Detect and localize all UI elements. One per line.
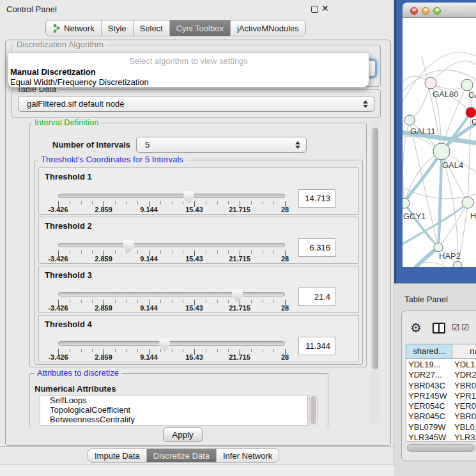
column-header-name[interactable]: na... <box>452 344 476 359</box>
tab-select[interactable]: Select <box>134 20 170 36</box>
cell-name[interactable]: YPR1... <box>452 391 476 401</box>
tab-cyni-toolbox[interactable]: Cyni Toolbox <box>170 20 231 36</box>
slider-track[interactable] <box>58 194 285 198</box>
tick-mark <box>92 300 93 303</box>
threshold-value-field[interactable] <box>298 337 335 355</box>
attribute-item[interactable]: BetweennessCentrality <box>40 415 307 424</box>
number-of-intervals-combobox[interactable]: 5 <box>136 137 307 153</box>
network-node[interactable] <box>404 115 415 125</box>
table-row[interactable]: YBR045CYBR0... <box>406 411 476 422</box>
network-canvas[interactable]: GAL80GACGAL11GAL4GCY1HHAP2 <box>403 18 476 267</box>
dropdown-item-manual-discretization[interactable]: Manual Discretization <box>10 67 96 77</box>
cell-shared-name[interactable]: YDR27... <box>406 370 452 380</box>
cell-name[interactable]: YER0... <box>452 401 476 411</box>
table-row[interactable]: YPR145WYPR1... <box>406 391 476 401</box>
network-icon <box>52 24 61 33</box>
tick-label: 28 <box>281 255 289 263</box>
tick-mark <box>160 250 161 254</box>
cell-shared-name[interactable]: YBL079W <box>406 422 452 433</box>
table-row[interactable]: YBL079WYBL0... <box>406 422 476 433</box>
cell-shared-name[interactable]: YLR345W <box>406 433 452 443</box>
threshold-value-field[interactable] <box>298 189 335 208</box>
table-row[interactable]: YER054CYER0... <box>406 401 476 411</box>
node-label: HAP2 <box>439 251 461 261</box>
float-window-icon[interactable] <box>311 6 318 13</box>
attributes-scrollbar-thumb[interactable] <box>311 396 316 424</box>
columns-icon[interactable] <box>433 323 445 334</box>
tick-label: -3.426 <box>48 255 68 263</box>
tab-impute-data[interactable]: Impute Data <box>88 449 147 462</box>
attributes-group-title: Attributes to discretize <box>35 369 121 378</box>
cell-shared-name[interactable]: YDL19... <box>406 360 452 370</box>
tick-mark <box>81 349 82 352</box>
network-node[interactable] <box>453 261 462 267</box>
table-row[interactable]: YLR345WYLR3... <box>406 433 476 443</box>
cell-shared-name[interactable]: YPR145W <box>406 391 452 401</box>
slider-track[interactable] <box>58 341 285 346</box>
threshold-value-field[interactable] <box>298 288 335 306</box>
cell-shared-name[interactable]: YBR045C <box>406 411 452 422</box>
table-hscrollbar-thumb[interactable] <box>407 444 475 452</box>
gear-icon[interactable]: ⚙ <box>410 320 422 335</box>
tab-jactivemnodules[interactable]: jActiveMNodules <box>231 20 305 36</box>
column-header-shared-name[interactable]: shared... <box>406 344 452 359</box>
network-node[interactable] <box>433 143 450 160</box>
tab-discretize-data[interactable]: Discretize Data <box>147 449 217 462</box>
panel-scrollbar-thumb[interactable] <box>372 128 378 369</box>
tick-mark <box>217 349 218 352</box>
table-row[interactable]: YBR043CYBR0... <box>406 381 476 391</box>
checkbox-icon[interactable]: ☑ <box>452 322 460 332</box>
apply-button[interactable]: Apply <box>163 427 203 442</box>
attributes-scrollbar[interactable] <box>309 395 318 426</box>
tab-network[interactable]: Network <box>46 20 102 36</box>
attribute-item[interactable]: TopologicalCoefficient <box>40 405 307 415</box>
cell-name[interactable]: YLR3... <box>452 433 476 443</box>
threshold-value-field[interactable] <box>298 238 335 257</box>
tick-mark <box>127 201 127 204</box>
tab-label: Cyni Toolbox <box>176 24 224 33</box>
network-window-titlebar[interactable] <box>403 3 476 18</box>
attribute-item[interactable]: SelfLoops <box>40 395 307 405</box>
network-node[interactable] <box>462 197 473 208</box>
zoom-traffic-light-icon[interactable] <box>433 7 441 15</box>
checkbox-icon[interactable]: ☑ <box>461 322 470 332</box>
tick-label: 9.144 <box>140 255 158 263</box>
cell-shared-name[interactable]: YER054C <box>406 401 452 411</box>
tick-mark <box>183 300 183 303</box>
table-row[interactable]: YDR27...YDR2... <box>406 370 476 380</box>
tick-label: 28 <box>281 304 289 312</box>
network-node[interactable] <box>403 198 410 208</box>
close-traffic-light-icon[interactable] <box>410 7 418 15</box>
minimize-traffic-light-icon[interactable] <box>422 7 429 15</box>
dropdown-item-equal-width[interactable]: Equal Width/Frequency Discretization <box>10 77 149 87</box>
slider-track[interactable] <box>58 292 285 296</box>
tick-label: 2.859 <box>95 353 112 361</box>
table-row[interactable]: YDL19...YDL1... <box>406 360 476 370</box>
tab-infer-network[interactable]: Infer Network <box>217 449 279 462</box>
slider-track[interactable] <box>58 243 285 247</box>
tick-mark <box>137 349 138 352</box>
tab-style[interactable]: Style <box>102 20 134 36</box>
tick-mark <box>81 201 82 204</box>
close-icon[interactable]: ✕ <box>321 3 329 13</box>
network-node[interactable] <box>434 243 443 252</box>
tab-label: Infer Network <box>223 451 272 461</box>
tick-label: 21.715 <box>229 353 250 361</box>
network-node[interactable] <box>461 79 473 91</box>
tick-mark <box>263 349 263 352</box>
tick-label: -3.426 <box>48 304 68 312</box>
cell-name[interactable]: YBL0... <box>452 422 476 433</box>
tick-mark <box>217 300 218 303</box>
network-node[interactable] <box>466 107 476 118</box>
cell-name[interactable]: YDL1... <box>452 360 476 370</box>
tick-label: 15.43 <box>185 304 203 312</box>
cell-name[interactable]: YBR0... <box>452 411 476 422</box>
cell-name[interactable]: YDR2... <box>452 370 476 380</box>
cell-shared-name[interactable]: YBR043C <box>406 381 452 391</box>
cell-name[interactable]: YBR0... <box>452 381 476 391</box>
tick-mark <box>251 349 252 352</box>
numerical-attributes-list[interactable]: SelfLoopsTopologicalCoefficientBetweenne… <box>40 395 308 426</box>
tick-mark <box>228 201 229 204</box>
network-node[interactable] <box>425 77 436 89</box>
table-data-combobox[interactable]: galFiltered.sif default node <box>18 96 374 112</box>
